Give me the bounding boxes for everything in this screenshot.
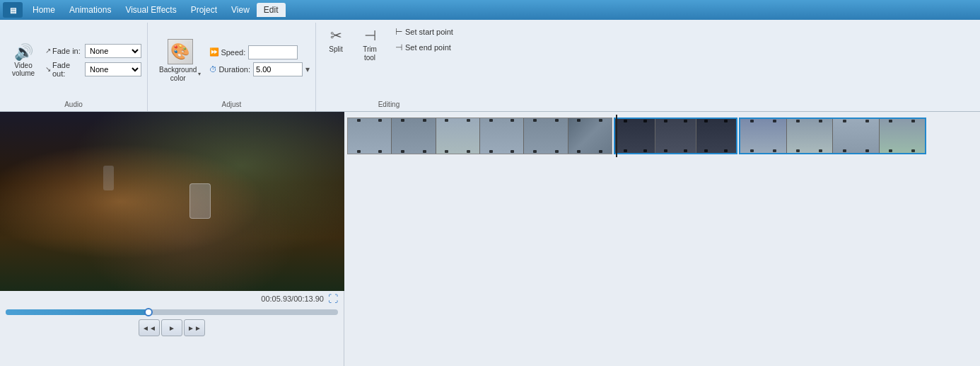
background-color-label: Backgroundcolor [159,66,197,83]
duration-dropdown[interactable]: ▾ [305,64,310,74]
play-icon: ► [168,324,175,332]
audio-section-label: Audio [0,101,147,108]
time-display: 00:05.93/00:13.90 [261,294,324,303]
set-end-point-button[interactable]: ⊣ Set end point [392,41,456,54]
video-frame [0,112,344,291]
video-preview [0,112,344,291]
film-frame-4 [480,118,524,154]
forward-button[interactable]: ►► [184,319,205,336]
fade-out-select[interactable]: NoneSlowMediumFast [85,62,141,76]
app-logo[interactable]: ▤ [3,2,23,18]
trim-label: Trimtool [363,45,377,62]
rewind-icon: ◄◄ [142,324,156,332]
speed-duration-controls: ⏩ Speed: ⏱ Duration: ▾ [209,45,310,76]
fade-in-label: ↗ Fade in: [45,47,82,55]
ribbon: 🔊 Videovolume ↗ Fade in: NoneSlowMediumF… [0,20,980,112]
film-frame-1 [348,118,392,154]
menu-edit[interactable]: Edit [257,3,286,17]
set-end-icon: ⊣ [395,42,402,52]
film-frame-6 [568,118,612,154]
film-strip-2[interactable] [614,118,737,154]
fade-out-label: ↘ Fade out: [45,61,82,78]
duration-row: ⏱ Duration: ▾ [209,62,310,76]
speed-input[interactable] [248,45,298,59]
film-frame-13 [880,119,926,153]
film-frame-11 [787,119,834,153]
film-frame-7 [615,119,655,153]
background-color-arrow: ▾ [198,71,201,77]
speed-icon: ⏩ [209,47,219,57]
progress-thumb[interactable] [144,308,153,316]
timeline-track [344,115,980,157]
split-icon: ✂ [330,27,342,44]
duration-input[interactable] [253,62,303,76]
set-end-label: Set end point [405,43,451,52]
fade-controls: ↗ Fade in: NoneSlowMediumFast ↘ Fade out… [45,44,141,78]
main-area: 00:05.93/00:13.90 ⛶ ◄◄ ► ►► [0,112,980,366]
background-color-icon: 🎨 [168,39,193,64]
film-frame-9 [696,119,736,153]
forward-icon: ►► [187,324,202,332]
fade-in-row: ↗ Fade in: NoneSlowMediumFast [45,44,141,58]
menu-bar: ▤ Home Animations Visual Effects Project… [0,0,980,20]
background-color-button[interactable]: 🎨 Backgroundcolor ▾ [153,36,206,86]
film-frame-12 [833,119,880,153]
adjust-section-label: Adjust [148,101,315,108]
expand-icon[interactable]: ⛶ [328,293,338,304]
playback-area: ◄◄ ► ►► [0,307,344,339]
menu-animations[interactable]: Animations [62,3,118,17]
adjust-controls: 🎨 Backgroundcolor ▾ ⏩ Speed: ⏱ [153,25,310,108]
editing-section-label: Editing [316,101,462,108]
volume-icon: 🔊 [14,45,33,60]
time-display-row: 00:05.93/00:13.90 ⛶ [0,291,344,307]
rewind-button[interactable]: ◄◄ [139,319,160,336]
menu-view[interactable]: View [224,3,257,17]
menu-visual-effects[interactable]: Visual Effects [118,3,183,17]
duration-icon: ⏱ [209,65,217,74]
film-strip-3[interactable] [739,118,926,154]
split-label: Split [329,45,342,54]
timeline-panel [344,112,980,366]
set-start-icon: ⊢ [395,27,402,37]
film-frame-3 [436,118,480,154]
fade-in-select[interactable]: NoneSlowMediumFast [85,44,141,58]
ribbon-section-adjust: 🎨 Backgroundcolor ▾ ⏩ Speed: ⏱ [148,23,316,111]
playback-buttons: ◄◄ ► ►► [6,319,338,336]
fade-out-icon: ↘ [45,65,51,73]
menu-project[interactable]: Project [184,3,224,17]
preview-panel: 00:05.93/00:13.90 ⛶ ◄◄ ► ►► [0,112,344,366]
fade-out-row: ↘ Fade out: NoneSlowMediumFast [45,61,141,78]
film-frame-8 [655,119,696,153]
film-frame-2 [392,118,436,154]
menu-home[interactable]: Home [25,3,62,17]
split-button[interactable]: ✂ Split [322,25,350,55]
ribbon-section-audio: 🔊 Videovolume ↗ Fade in: NoneSlowMediumF… [0,23,148,111]
set-start-label: Set start point [405,28,453,36]
film-frame-10 [740,119,787,153]
fade-in-icon: ↗ [45,47,51,55]
film-frame-5 [524,118,568,154]
duration-label: ⏱ Duration: [209,65,250,74]
editing-controls: ✂ Split ⊣ Trimtool ⊢ Set start point ⊣ S… [322,25,456,76]
progress-bar[interactable] [6,309,338,315]
progress-fill [6,309,148,315]
video-volume-button[interactable]: 🔊 Videovolume [6,43,41,79]
video-volume-label: Videovolume [12,62,35,77]
play-button[interactable]: ► [161,319,182,336]
film-strip-1[interactable] [347,118,612,154]
ribbon-section-editing: ✂ Split ⊣ Trimtool ⊢ Set start point ⊣ S… [316,23,462,111]
timeline-cursor [616,115,617,157]
speed-row: ⏩ Speed: [209,45,298,59]
set-points: ⊢ Set start point ⊣ Set end point [392,25,456,54]
audio-controls: 🔊 Videovolume ↗ Fade in: NoneSlowMediumF… [6,25,141,108]
trim-tool-button[interactable]: ⊣ Trimtool [356,25,384,64]
trim-icon: ⊣ [364,27,376,44]
set-start-point-button[interactable]: ⊢ Set start point [392,25,456,38]
speed-label: ⏩ Speed: [209,47,245,57]
